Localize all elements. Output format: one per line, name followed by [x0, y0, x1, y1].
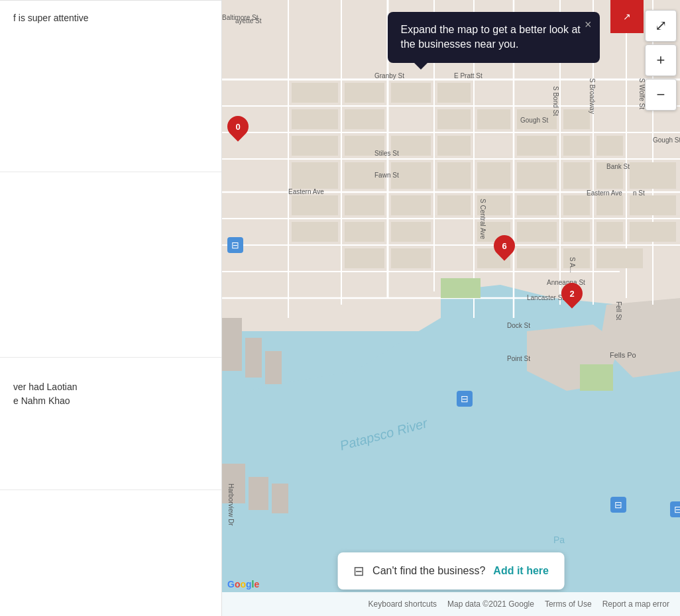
svg-rect-78: [249, 477, 268, 510]
svg-rect-52: [345, 195, 384, 215]
review-text-3: ver had Laotian e Nahm Khao: [13, 380, 208, 408]
business-icon: ⊟: [353, 563, 365, 579]
map-container: Patapsco River Pa ayette St E Pratt St G…: [222, 0, 680, 616]
svg-text:S Broadway: S Broadway: [589, 78, 596, 114]
svg-rect-45: [437, 162, 471, 189]
add-business-link[interactable]: Add it here: [493, 565, 549, 577]
blue-marker-4[interactable]: ⊟: [670, 501, 680, 517]
svg-rect-81: [580, 364, 613, 391]
map-marker-6[interactable]: 6: [494, 235, 515, 262]
review-text-1: f is super attentive: [13, 11, 208, 25]
svg-rect-27: [391, 83, 431, 103]
map-marker-2[interactable]: 2: [561, 283, 583, 309]
svg-text:Stiles St: Stiles St: [374, 150, 399, 157]
svg-text:S A...: S A...: [569, 257, 576, 273]
svg-rect-25: [292, 83, 338, 103]
report-error-link[interactable]: Report a map error: [602, 599, 669, 609]
svg-rect-80: [441, 278, 481, 298]
expand-fullscreen-button[interactable]: ⤢: [645, 10, 677, 42]
svg-rect-31: [345, 109, 384, 129]
location-icon-2: ⊟: [461, 393, 469, 404]
svg-rect-68: [345, 248, 384, 268]
svg-rect-48: [563, 162, 590, 189]
location-icon-1: ⊟: [231, 240, 239, 250]
svg-text:S Central Ave: S Central Ave: [479, 199, 486, 239]
svg-rect-50: [630, 162, 676, 189]
location-icon-4: ⊟: [674, 504, 680, 515]
review-card-2: [0, 172, 221, 358]
svg-rect-46: [477, 162, 510, 189]
svg-rect-30: [292, 109, 338, 129]
plus-icon: +: [657, 52, 665, 69]
svg-rect-60: [292, 222, 338, 242]
svg-rect-41: [596, 136, 623, 156]
svg-text:Eastern Ave: Eastern Ave: [288, 188, 324, 195]
svg-rect-69: [391, 248, 431, 268]
svg-rect-59: [630, 195, 676, 215]
svg-text:Gough St: Gough St: [520, 117, 548, 124]
review-card-1: f is super attentive: [0, 0, 221, 172]
minus-icon: −: [657, 86, 665, 103]
svg-text:Fawn St: Fawn St: [374, 172, 399, 179]
location-icon-3: ⊟: [614, 499, 622, 510]
svg-text:E Pratt St: E Pratt St: [454, 72, 482, 79]
svg-rect-79: [272, 484, 288, 513]
svg-rect-42: [292, 162, 338, 189]
svg-rect-76: [265, 351, 282, 384]
svg-rect-64: [517, 222, 557, 242]
svg-rect-67: [630, 222, 676, 242]
svg-text:Granby St: Granby St: [374, 72, 404, 79]
svg-text:n St: n St: [633, 189, 645, 197]
marker-0-label: 0: [235, 122, 240, 132]
marker-2-label: 2: [569, 289, 574, 299]
google-logo: Google: [227, 579, 259, 590]
zoom-out-button[interactable]: −: [645, 79, 677, 111]
map-marker-0[interactable]: 0: [227, 116, 249, 142]
svg-rect-71: [517, 248, 557, 268]
svg-rect-32: [437, 109, 471, 129]
svg-text:Fells Po: Fells Po: [610, 351, 636, 359]
expand-icon: ↗: [623, 11, 631, 22]
svg-text:Gough St: Gough St: [653, 136, 680, 144]
svg-rect-38: [437, 136, 471, 156]
svg-rect-29: [477, 109, 510, 129]
svg-rect-39: [517, 136, 557, 156]
svg-rect-53: [391, 195, 431, 215]
cant-find-business-bar: ⊟ Can't find the business? Add it here: [337, 552, 565, 590]
zoom-in-button[interactable]: +: [645, 44, 677, 76]
svg-text:Lancaster St: Lancaster St: [527, 294, 564, 301]
svg-text:Point St: Point St: [507, 355, 530, 362]
keyboard-shortcuts-link[interactable]: Keyboard shortcuts: [368, 599, 437, 609]
svg-rect-35: [292, 136, 338, 156]
review-card-3: ver had Laotian e Nahm Khao: [0, 358, 221, 490]
svg-text:Fell St: Fell St: [615, 301, 622, 321]
svg-rect-57: [563, 195, 590, 215]
svg-text:Baltimore St: Baltimore St: [222, 14, 258, 21]
expand-map-button[interactable]: ↗: [610, 0, 644, 33]
svg-rect-51: [292, 195, 338, 215]
map-background: Patapsco River Pa ayette St E Pratt St G…: [222, 0, 680, 616]
left-panel: f is super attentive ver had Laotian e N…: [0, 0, 222, 616]
blue-marker-3[interactable]: ⊟: [610, 497, 626, 513]
svg-rect-56: [517, 195, 557, 215]
map-footer: Keyboard shortcuts Map data ©2021 Google…: [222, 592, 680, 616]
map-controls: ⤢ + −: [645, 10, 677, 111]
terms-of-use-link[interactable]: Terms of Use: [545, 599, 592, 609]
svg-text:Harborview Dr: Harborview Dr: [227, 484, 235, 527]
svg-rect-28: [437, 83, 471, 103]
svg-rect-66: [596, 222, 623, 242]
svg-rect-40: [563, 136, 590, 156]
map-tooltip: × Expand the map to get a better look at…: [388, 12, 600, 63]
svg-rect-73: [596, 248, 643, 268]
tooltip-close-button[interactable]: ×: [585, 19, 592, 30]
svg-rect-65: [563, 222, 590, 242]
map-data-text: Map data ©2021 Google: [447, 599, 534, 609]
blue-marker-1[interactable]: ⊟: [227, 237, 243, 253]
blue-marker-2[interactable]: ⊟: [457, 391, 473, 407]
svg-rect-72: [563, 248, 590, 268]
svg-text:Eastern Ave: Eastern Ave: [587, 189, 622, 197]
marker-6-label: 6: [502, 241, 506, 251]
svg-rect-26: [345, 83, 384, 103]
svg-text:Bank St: Bank St: [606, 163, 630, 170]
svg-rect-47: [517, 162, 557, 189]
